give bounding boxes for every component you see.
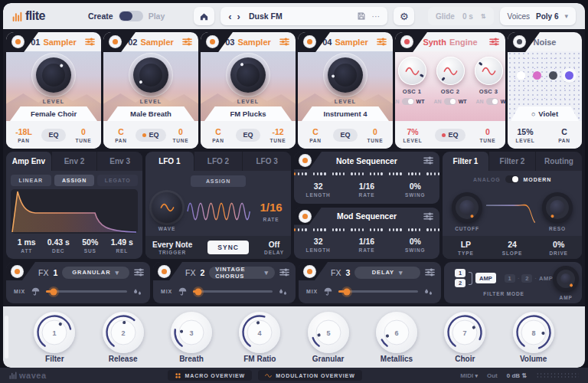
sliders-icon[interactable] [423, 211, 433, 221]
step-dot[interactable] [411, 228, 413, 231]
slope-control[interactable]: 24SLOPE [489, 240, 536, 256]
osc-1-an-wt-toggle[interactable]: ANWT [395, 98, 425, 105]
step-dot[interactable] [408, 228, 410, 231]
sampler-03-level-knob[interactable] [227, 54, 270, 97]
step-dot[interactable] [400, 228, 401, 231]
macro-2-release[interactable]: 2 Release [96, 312, 151, 363]
sampler-02-enable-button[interactable] [109, 35, 122, 48]
eq-button[interactable]: EQ [41, 129, 65, 142]
tab-lfo-3[interactable]: LFO 3 [243, 152, 291, 171]
note-seq-enable-button[interactable] [299, 154, 312, 167]
mod-seq-enable-button[interactable] [299, 210, 312, 223]
sliders-icon[interactable] [489, 37, 499, 47]
noise-option-dark[interactable] [549, 71, 557, 80]
drive-control[interactable]: 0%DRIVE [535, 240, 582, 256]
step-dot[interactable] [351, 172, 352, 175]
macro-knob[interactable]: 4 [239, 312, 280, 353]
fx-1-enable-button[interactable] [11, 265, 24, 278]
tab-routing[interactable]: Routing [536, 152, 582, 171]
macro-knob[interactable]: 7 [444, 312, 485, 353]
amp-knob[interactable] [553, 266, 579, 292]
step-dot[interactable] [335, 228, 337, 231]
step-dot[interactable] [381, 172, 382, 175]
voices-control[interactable]: Voices Poly 6 ▾ [500, 7, 576, 25]
step-dot[interactable] [419, 172, 420, 175]
step-dot[interactable] [324, 172, 325, 175]
sliders-icon[interactable] [85, 37, 95, 47]
step-dot[interactable] [396, 172, 397, 175]
step-dot[interactable] [339, 228, 341, 231]
step-dot[interactable] [400, 172, 401, 175]
step-dot[interactable] [332, 228, 334, 231]
tune-control[interactable]: -12TUNE [268, 127, 288, 143]
preset-browser[interactable]: ‹ › Dusk FM ··· [220, 7, 387, 25]
sampler-02-preset[interactable]: Male Breath [107, 106, 194, 121]
tune-control[interactable]: 0TUNE [171, 127, 191, 143]
linear-button[interactable]: LINEAR [11, 175, 51, 186]
create-play-toggle[interactable]: Create Play [88, 11, 165, 21]
noise-option-pink[interactable] [533, 71, 541, 80]
fx-1-type-dropdown[interactable]: GRANULAR▾ [62, 267, 129, 279]
sampler-01-preset[interactable]: Female Choir [10, 106, 97, 121]
step-dot[interactable] [430, 228, 432, 231]
output-gain[interactable]: 0 dB ⇅ [507, 372, 527, 379]
step-dot[interactable] [298, 172, 299, 175]
level-control[interactable]: 7%LEVEL [403, 127, 423, 143]
sliders-icon[interactable] [182, 37, 192, 47]
trigger-control[interactable]: Every NoteTRIGGER [152, 241, 192, 255]
swing-control[interactable]: 0%SWING [391, 237, 439, 253]
eq-button[interactable]: EQ [435, 129, 465, 142]
sampler-04-enable-button[interactable] [303, 35, 316, 48]
tune-control[interactable]: 0TUNE [365, 127, 385, 143]
step-dot[interactable] [294, 228, 296, 231]
step-dot[interactable] [351, 228, 352, 231]
decay-control[interactable]: 0.43 sDEC [43, 237, 75, 254]
tab-filter-1[interactable]: Filter 1 [443, 152, 489, 171]
macro-knob[interactable]: 8 [513, 312, 554, 353]
sliders-icon[interactable] [425, 267, 435, 277]
midi-indicator[interactable]: MIDI ▾ [460, 372, 478, 379]
prev-preset-button[interactable]: ‹ [228, 11, 231, 21]
fx-3-type-dropdown[interactable]: DELAY▾ [354, 267, 420, 279]
reso-knob[interactable] [542, 192, 573, 223]
fx-2-enable-button[interactable] [158, 265, 171, 278]
macro-5-granular[interactable]: 5 Granular [301, 312, 356, 363]
step-dot[interactable] [339, 172, 341, 175]
step-dot[interactable] [343, 228, 345, 231]
slider-handle[interactable] [50, 288, 57, 295]
step-dot[interactable] [320, 228, 322, 231]
noise-preset[interactable]: ○ Violet [511, 106, 579, 121]
rate-control[interactable]: 1/16RATE [342, 182, 390, 198]
cutoff-knob[interactable] [452, 192, 482, 223]
tab-lfo-2[interactable]: LFO 2 [194, 152, 243, 171]
step-dot[interactable] [419, 228, 420, 231]
tune-control[interactable]: 0TUNE [74, 127, 93, 143]
step-dot[interactable] [354, 172, 356, 175]
type-control[interactable]: LPTYPE [443, 240, 489, 256]
parallel-amp-option[interactable]: AMP [475, 273, 496, 283]
eq-button[interactable]: EQ [333, 129, 357, 142]
step-dot[interactable] [426, 172, 428, 175]
sampler-04-preset[interactable]: Instrument 4 [302, 106, 389, 121]
step-dot[interactable] [343, 172, 345, 175]
noise-option-white[interactable] [517, 71, 525, 80]
step-dot[interactable] [305, 172, 306, 175]
step-dot[interactable] [393, 228, 394, 231]
step-dot[interactable] [370, 228, 371, 231]
lfo-wave-knob[interactable] [152, 192, 182, 223]
home-button[interactable] [194, 7, 214, 25]
modulation-overview-tab[interactable]: MODULATION OVERVIEW [258, 370, 362, 381]
step-dot[interactable] [415, 228, 416, 231]
macro-knob[interactable]: 2 [103, 312, 144, 353]
length-control[interactable]: 32LENGTH [294, 237, 342, 253]
fx-2-type-dropdown[interactable]: VINTAGE CHORUS▾ [209, 267, 275, 279]
step-dot[interactable] [317, 228, 318, 231]
noise-option-violet[interactable] [565, 71, 573, 80]
step-dot[interactable] [313, 228, 315, 231]
sliders-icon[interactable] [377, 37, 387, 47]
sampler-01-level-knob[interactable] [32, 54, 75, 97]
step-dot[interactable] [302, 228, 303, 231]
step-dot[interactable] [362, 172, 364, 175]
step-dot[interactable] [415, 172, 416, 175]
step-dot[interactable] [426, 228, 428, 231]
